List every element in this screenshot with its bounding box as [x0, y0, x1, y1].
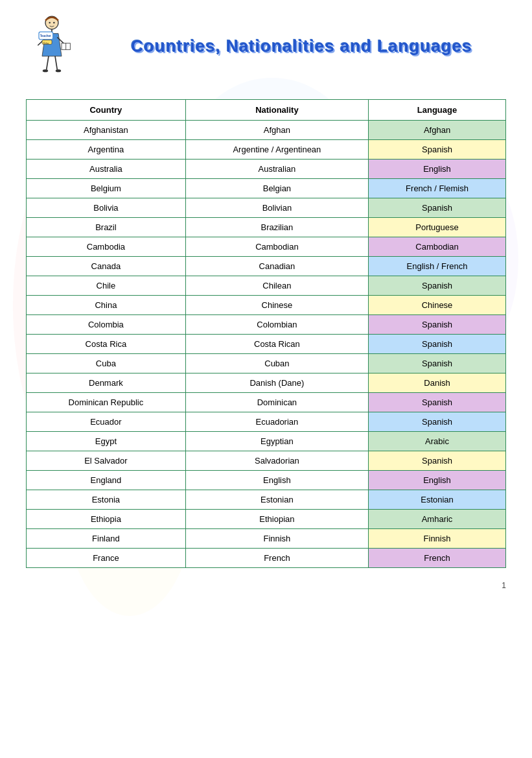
cell-language: Spanish [369, 198, 506, 218]
page: EasyPrintables.com [0, 0, 532, 758]
cell-language: Afghan [369, 121, 506, 140]
col-header-nationality: Nationality [185, 100, 368, 121]
countries-table: Country Nationality Language Afghanistan… [26, 99, 506, 568]
cell-language: English / French [369, 257, 506, 276]
cell-nationality: Belgian [185, 179, 368, 198]
cell-nationality: Australian [185, 160, 368, 179]
cell-language: French / Flemish [369, 179, 506, 198]
cell-country: Bolivia [27, 198, 186, 218]
table-row: BrazilBrazilianPortuguese [27, 218, 506, 237]
cell-country: Colombia [27, 315, 186, 335]
cell-country: Costa Rica [27, 335, 186, 354]
cell-country: Canada [27, 257, 186, 276]
table-row: AfghanistanAfghanAfghan [27, 121, 506, 140]
cell-nationality: Estonian [185, 490, 368, 510]
title-text: Countries, Nationalities and Languages [97, 36, 506, 58]
cell-nationality: Costa Rican [185, 335, 368, 354]
table-row: AustraliaAustralianEnglish [27, 160, 506, 179]
table-row: Dominican RepublicDominicanSpanish [27, 393, 506, 412]
cell-nationality: Afghan [185, 121, 368, 140]
table-row: ChinaChineseChinese [27, 296, 506, 315]
cell-language: Arabic [369, 432, 506, 451]
cell-language: Portuguese [369, 218, 506, 237]
cell-language: Spanish [369, 335, 506, 354]
table-row: CambodiaCambodianCambodian [27, 237, 506, 257]
cell-country: Australia [27, 160, 186, 179]
cell-country: Argentina [27, 140, 186, 160]
cell-language: English [369, 160, 506, 179]
table-row: ChileChileanSpanish [27, 276, 506, 296]
svg-point-17 [43, 69, 48, 72]
cell-language: Estonian [369, 490, 506, 510]
table-row: El SalvadorSalvadorianSpanish [27, 451, 506, 471]
table-row: EcuadorEcuadorianSpanish [27, 412, 506, 432]
cell-nationality: English [185, 471, 368, 490]
cell-nationality: Brazilian [185, 218, 368, 237]
cell-language: French [369, 549, 506, 568]
cell-nationality: Dominican [185, 393, 368, 412]
cell-nationality: Canadian [185, 257, 368, 276]
teacher-illustration: Teacher Érika [26, 13, 78, 78]
table-row: FinlandFinnishFinnish [27, 529, 506, 549]
table-row: ArgentinaArgentine / ArgentineanSpanish [27, 140, 506, 160]
svg-point-18 [56, 69, 61, 72]
cell-country: Chile [27, 276, 186, 296]
cell-nationality: Bolivian [185, 198, 368, 218]
cell-country: Afghanistan [27, 121, 186, 140]
cell-country: Brazil [27, 218, 186, 237]
cell-language: Spanish [369, 276, 506, 296]
table-row: FranceFrenchFrench [27, 549, 506, 568]
svg-line-15 [47, 56, 49, 70]
cell-language: Spanish [369, 354, 506, 373]
table-row: CubaCubanSpanish [27, 354, 506, 373]
table-row: ColombiaColombianSpanish [27, 315, 506, 335]
table-row: EthiopiaEthiopianAmharic [27, 510, 506, 529]
cell-language: Cambodian [369, 237, 506, 257]
cell-nationality: Colombian [185, 315, 368, 335]
cell-country: Ecuador [27, 412, 186, 432]
table-row: Costa RicaCosta RicanSpanish [27, 335, 506, 354]
cell-country: Dominican Republic [27, 393, 186, 412]
cell-country: Estonia [27, 490, 186, 510]
table-row: DenmarkDanish (Dane)Danish [27, 373, 506, 393]
title-area: Countries, Nationalities and Languages [97, 36, 506, 58]
cell-nationality: Danish (Dane) [185, 373, 368, 393]
cell-language: Spanish [369, 140, 506, 160]
cell-nationality: Cuban [185, 354, 368, 373]
header: Teacher Érika Countries, Nationalities a… [26, 13, 506, 80]
cell-nationality: Finnish [185, 529, 368, 549]
cell-language: Amharic [369, 510, 506, 529]
page-number: 1 [26, 581, 506, 590]
cell-language: Danish [369, 373, 506, 393]
cell-country: England [27, 471, 186, 490]
cell-language: Chinese [369, 296, 506, 315]
cell-country: Cuba [27, 354, 186, 373]
cell-language: Spanish [369, 315, 506, 335]
main-title: Countries, Nationalities and Languages [97, 36, 506, 58]
cell-country: Finland [27, 529, 186, 549]
svg-point-8 [53, 22, 55, 24]
cell-country: Egypt [27, 432, 186, 451]
cell-country: China [27, 296, 186, 315]
cell-nationality: Ecuadorian [185, 412, 368, 432]
svg-point-7 [49, 22, 51, 24]
cell-country: El Salvador [27, 451, 186, 471]
cell-country: Denmark [27, 373, 186, 393]
cell-nationality: Argentine / Argentinean [185, 140, 368, 160]
cell-nationality: Ethiopian [185, 510, 368, 529]
main-content: Country Nationality Language Afghanistan… [26, 99, 506, 568]
cell-nationality: French [185, 549, 368, 568]
cell-country: Belgium [27, 179, 186, 198]
table-row: EgyptEgyptianArabic [27, 432, 506, 451]
cell-nationality: Salvadorian [185, 451, 368, 471]
cell-language: Finnish [369, 529, 506, 549]
col-header-language: Language [369, 100, 506, 121]
svg-text:Teacher: Teacher [40, 34, 51, 38]
cell-country: Ethiopia [27, 510, 186, 529]
cell-language: Spanish [369, 412, 506, 432]
cell-nationality: Chinese [185, 296, 368, 315]
table-row: BelgiumBelgianFrench / Flemish [27, 179, 506, 198]
col-header-country: Country [27, 100, 186, 121]
cell-language: Spanish [369, 393, 506, 412]
svg-text:Érika: Érika [43, 41, 49, 45]
